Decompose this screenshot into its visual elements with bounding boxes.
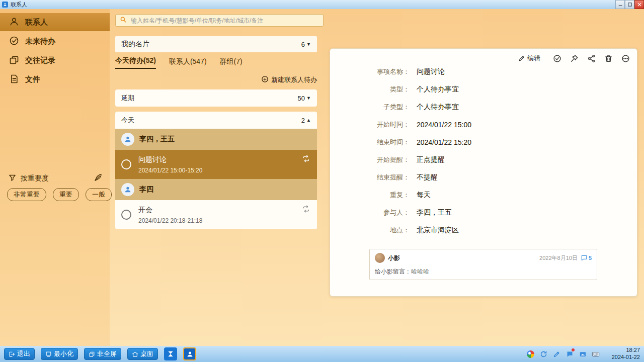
desktop-label: 桌面 <box>140 349 153 358</box>
group-delayed-count: 50 <box>298 95 305 102</box>
app-logo-icon <box>2 2 8 8</box>
repeat-icon <box>302 205 310 215</box>
todo-title: 问题讨论 <box>138 155 202 164</box>
share-icon[interactable] <box>587 54 596 63</box>
field-row: 重复：每天 <box>330 186 637 204</box>
group-row-today[interactable]: 今天 2 ▲ <box>115 112 317 129</box>
comment-card[interactable]: 小影 2022年8月10日 5 给小影留言：哈哈哈 <box>369 249 597 280</box>
app-window: 联系人 联系人 <box>0 0 644 362</box>
field-label: 开始时间： <box>330 120 410 129</box>
field-row: 事项名称：问题讨论 <box>330 63 637 80</box>
plus-circle-icon <box>261 75 269 84</box>
funnel-icon[interactable] <box>8 173 17 184</box>
new-contact-todo-label: 新建联系人待办 <box>271 75 317 84</box>
comment-text: 给小影留言：哈哈哈 <box>375 267 592 276</box>
tab-contacts[interactable]: 联系人(547) <box>169 57 207 69</box>
document-icon <box>9 74 19 85</box>
field-value: 不提醒 <box>417 173 438 182</box>
field-label: 类型： <box>330 85 410 94</box>
contact-header-row[interactable]: 李四 <box>115 179 317 200</box>
todo-detail-panel: 编辑 事项名称：问题讨论 类型 <box>330 48 637 297</box>
avatar <box>121 133 134 146</box>
sidebar-item-label: 联系人 <box>25 18 48 27</box>
windowed-mode-button[interactable]: 非全屏 <box>84 348 121 360</box>
field-value: 每天 <box>417 191 431 200</box>
windowed-label: 非全屏 <box>97 349 117 358</box>
comment-bubble-icon: 5 <box>581 254 592 261</box>
field-value: 个人待办事宜 <box>417 85 459 94</box>
my-card-row[interactable]: 我的名片 6 ▼ <box>115 36 317 52</box>
sidebar-item-future-todos[interactable]: 未来待办 <box>0 32 110 50</box>
notes-icon[interactable] <box>552 350 560 358</box>
minimize-window-icon[interactable] <box>615 0 625 9</box>
group-row-delayed[interactable]: 延期 50 ▼ <box>115 89 317 107</box>
taskbar-app-icon-huiying[interactable] <box>164 347 177 360</box>
todo-time: 2024/01/22 20:18-21:18 <box>138 217 202 224</box>
tab-groups[interactable]: 群组(7) <box>220 57 243 69</box>
maximize-window-icon[interactable] <box>625 0 634 9</box>
field-value: 2024/01/22 15:20 <box>417 138 471 146</box>
todo-checkbox[interactable] <box>121 159 131 169</box>
repeat-icon <box>302 155 310 164</box>
more-options-icon[interactable] <box>621 54 630 63</box>
importance-normal-button[interactable]: 一般 <box>86 188 112 201</box>
keyboard-icon[interactable] <box>592 350 600 358</box>
field-row: 开始时间：2024/01/22 15:00 <box>330 116 637 133</box>
contact-header-row[interactable]: 李四，王五 <box>115 129 317 150</box>
minimize-app-button[interactable]: 最小化 <box>41 348 78 360</box>
sync-icon[interactable] <box>539 350 547 358</box>
importance-very-important-button[interactable]: 非常重要 <box>7 188 46 201</box>
field-label: 事项名称： <box>330 67 410 76</box>
field-row: 结束时间：2024/01/22 15:20 <box>330 133 637 151</box>
field-row: 子类型：个人待办事宜 <box>330 98 637 116</box>
sidebar-item-label: 未来待办 <box>25 37 55 46</box>
chevron-up-icon[interactable]: ▲ <box>306 118 311 123</box>
chevron-down-icon[interactable]: ▼ <box>306 96 311 101</box>
complete-check-icon[interactable] <box>553 54 561 63</box>
search-icon <box>120 16 127 25</box>
sidebar-item-label: 交往记录 <box>25 56 55 65</box>
search-bar <box>115 14 324 27</box>
field-value: 正点提醒 <box>417 155 445 164</box>
todo-checkbox[interactable] <box>121 210 131 220</box>
chat-icon[interactable] <box>566 350 574 358</box>
search-input[interactable] <box>130 17 319 25</box>
new-contact-todo-button[interactable]: 新建联系人待办 <box>115 75 317 84</box>
browser-icon[interactable] <box>526 350 534 358</box>
field-value: 李四，王五 <box>417 208 452 217</box>
field-row: 类型：个人待办事宜 <box>330 80 637 98</box>
todo-title: 开会 <box>138 206 202 215</box>
trash-icon[interactable] <box>604 54 613 63</box>
sidebar-item-label: 文件 <box>25 75 40 84</box>
importance-important-button[interactable]: 重要 <box>53 188 79 201</box>
sidebar-item-files[interactable]: 文件 <box>0 70 110 88</box>
edit-button[interactable]: 编辑 <box>518 54 540 63</box>
todo-item-selected[interactable]: 问题讨论 2024/01/22 15:00-15:20 <box>115 150 317 179</box>
field-label: 地点： <box>330 226 410 235</box>
exit-button[interactable]: 退出 <box>4 348 35 360</box>
image-icon[interactable] <box>579 350 587 358</box>
clock-date: 2024-01-22 <box>607 354 640 361</box>
window-title: 联系人 <box>11 1 27 9</box>
taskbar: 退出 最小化 非全屏 桌面 <box>0 346 644 362</box>
field-row: 地点：北京市海淀区 <box>330 221 637 239</box>
comment-date: 2022年8月10日 <box>539 254 578 262</box>
pin-icon[interactable] <box>570 54 579 63</box>
field-value: 个人待办事宜 <box>417 103 459 112</box>
contact-names: 李四 <box>139 185 153 194</box>
system-tray: 18:27 2024-01-22 <box>526 347 640 361</box>
close-window-icon[interactable] <box>634 0 644 9</box>
field-label: 参与人： <box>330 208 410 217</box>
sidebar-item-contacts[interactable]: 联系人 <box>0 13 110 31</box>
check-circle-icon <box>9 36 19 47</box>
chevron-down-icon[interactable]: ▼ <box>306 42 311 47</box>
desktop-button[interactable]: 桌面 <box>127 348 158 360</box>
todo-item[interactable]: 开会 2024/01/22 20:18-21:18 <box>115 200 317 229</box>
field-label: 重复： <box>330 191 410 200</box>
taskbar-app-icon-contacts-active[interactable] <box>183 347 196 360</box>
feather-icon[interactable] <box>94 173 103 184</box>
tab-today-todos[interactable]: 今天待办(52) <box>115 56 156 69</box>
sidebar-item-interaction-records[interactable]: 交往记录 <box>0 51 110 69</box>
group-today-count: 2 <box>301 117 305 124</box>
importance-filter-label: 按重要度 <box>21 174 49 183</box>
